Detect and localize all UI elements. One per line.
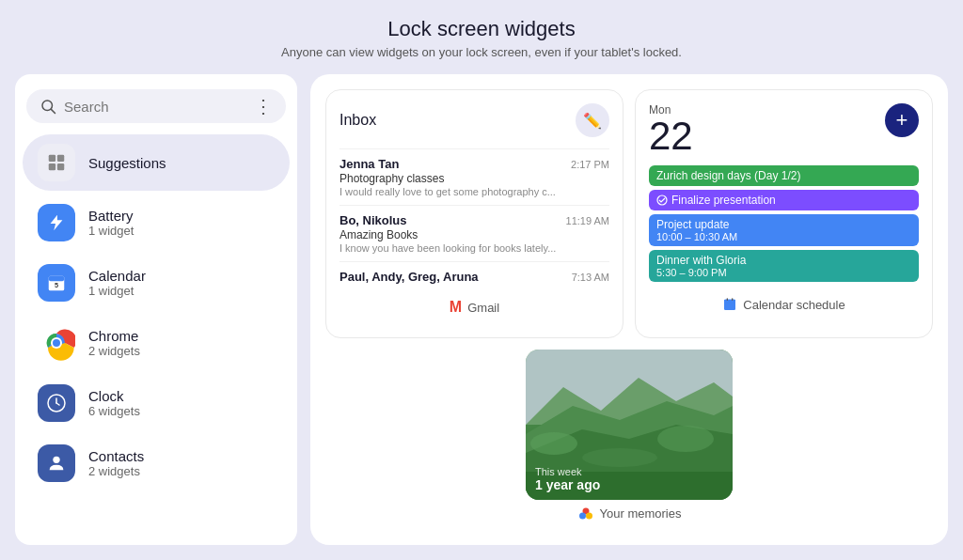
chrome-name: Chrome bbox=[88, 328, 140, 344]
email-sender-2: Bo, Nikolus bbox=[339, 213, 407, 227]
calendar-app-icon: 5 bbox=[38, 264, 75, 302]
calendar-footer-icon bbox=[722, 297, 737, 312]
svg-point-32 bbox=[586, 512, 592, 519]
clock-count: 6 widgets bbox=[88, 404, 140, 418]
search-icon bbox=[39, 98, 56, 115]
clock-app-icon bbox=[38, 384, 75, 422]
search-input[interactable] bbox=[64, 99, 246, 115]
svg-point-18 bbox=[657, 195, 667, 205]
contacts-count: 2 widgets bbox=[88, 464, 144, 478]
memories-footer: Your memories bbox=[577, 506, 682, 522]
battery-name: Battery bbox=[88, 208, 134, 224]
svg-marker-6 bbox=[51, 215, 63, 231]
search-bar[interactable]: ⋮ bbox=[26, 89, 286, 123]
battery-app-icon bbox=[38, 204, 75, 241]
calendar-info: Calendar 1 widget bbox=[88, 268, 146, 298]
sidebar-item-battery[interactable]: Battery 1 widget bbox=[23, 194, 290, 251]
svg-rect-21 bbox=[727, 298, 728, 301]
chrome-app-icon bbox=[38, 324, 75, 362]
gmail-footer-label: Gmail bbox=[467, 301, 499, 315]
email-sender-3: Paul, Andy, Greg, Aruna bbox=[339, 270, 479, 284]
memories-image: This week 1 year ago bbox=[526, 350, 733, 500]
gmail-widget-header: Inbox ✏️ bbox=[339, 103, 609, 137]
cal-event-1: Zurich design days (Day 1/2) bbox=[649, 165, 919, 186]
memories-time: 1 year ago bbox=[535, 477, 600, 492]
calendar-name: Calendar bbox=[88, 268, 146, 284]
clock-info: Clock 6 widgets bbox=[88, 388, 140, 418]
email-sender-1: Jenna Tan bbox=[339, 157, 399, 171]
calendar-widget-footer: Calendar schedule bbox=[649, 289, 919, 312]
memories-overlay: This week 1 year ago bbox=[535, 466, 600, 492]
svg-point-33 bbox=[579, 512, 586, 519]
svg-rect-22 bbox=[732, 298, 733, 301]
contacts-icon bbox=[46, 453, 67, 474]
sidebar-item-suggestions[interactable]: Suggestions bbox=[23, 134, 290, 191]
gmail-widget: Inbox ✏️ Jenna Tan 2:17 PM Photography c… bbox=[325, 89, 624, 338]
page-title: Lock screen widgets bbox=[281, 17, 682, 41]
svg-point-29 bbox=[657, 426, 714, 452]
chrome-icon bbox=[38, 324, 75, 362]
svg-rect-20 bbox=[724, 300, 735, 303]
email-subject-2: Amazing Books bbox=[339, 228, 609, 241]
email-item-1: Jenna Tan 2:17 PM Photography classes I … bbox=[339, 148, 609, 205]
contacts-app-icon bbox=[38, 444, 75, 482]
email-time-2: 11:19 AM bbox=[566, 215, 609, 226]
suggestions-icon bbox=[46, 152, 67, 173]
cal-date: 22 bbox=[649, 117, 693, 156]
svg-line-1 bbox=[51, 109, 55, 113]
svg-rect-3 bbox=[57, 155, 64, 162]
email-time-3: 7:13 AM bbox=[572, 272, 609, 283]
photos-icon bbox=[577, 506, 594, 522]
email-preview-1: I would really love to get some photogra… bbox=[339, 186, 609, 197]
svg-text:5: 5 bbox=[55, 281, 58, 289]
main-layout: ⋮ Suggestions bbox=[0, 67, 963, 560]
svg-point-13 bbox=[53, 339, 60, 347]
calendar-count: 1 widget bbox=[88, 284, 146, 298]
battery-count: 1 widget bbox=[88, 224, 134, 238]
chrome-count: 2 widgets bbox=[88, 344, 140, 358]
page-header: Lock screen widgets Anyone can view widg… bbox=[281, 0, 682, 67]
cal-event-2: Finalize presentation bbox=[649, 190, 919, 210]
memories-week: This week bbox=[535, 466, 600, 477]
contacts-info: Contacts 2 widgets bbox=[88, 448, 144, 478]
check-circle-icon bbox=[656, 194, 668, 206]
gmail-title: Inbox bbox=[339, 112, 376, 129]
clock-icon bbox=[45, 392, 68, 414]
content-area: Inbox ✏️ Jenna Tan 2:17 PM Photography c… bbox=[310, 74, 948, 545]
suggestions-info: Suggestions bbox=[88, 155, 166, 171]
svg-line-16 bbox=[56, 403, 59, 405]
email-preview-2: I know you have been looking for books l… bbox=[339, 242, 609, 254]
battery-icon bbox=[46, 212, 67, 233]
calendar-icon: 5 bbox=[46, 272, 67, 293]
cal-header: Mon 22 + bbox=[649, 103, 919, 156]
gmail-edit-button[interactable]: ✏️ bbox=[576, 103, 609, 137]
gmail-m-icon: M bbox=[450, 299, 462, 316]
page-subtitle: Anyone can view widgets on your lock scr… bbox=[281, 45, 682, 59]
clock-name: Clock bbox=[88, 388, 140, 404]
battery-info: Battery 1 widget bbox=[88, 208, 134, 238]
email-subject-1: Photography classes bbox=[339, 172, 609, 185]
calendar-widget: Mon 22 + Zurich design days (Day 1/2) Fi… bbox=[635, 89, 933, 338]
sidebar-item-calendar[interactable]: 5 Calendar 1 widget bbox=[23, 255, 290, 311]
calendar-footer-label: Calendar schedule bbox=[743, 298, 845, 312]
chrome-info: Chrome 2 widgets bbox=[88, 328, 140, 358]
sidebar-item-chrome[interactable]: Chrome 2 widgets bbox=[23, 315, 290, 371]
email-item-3: Paul, Andy, Greg, Aruna 7:13 AM bbox=[339, 261, 609, 291]
sidebar-item-clock[interactable]: Clock 6 widgets bbox=[23, 375, 290, 431]
svg-rect-5 bbox=[57, 163, 64, 170]
contacts-name: Contacts bbox=[88, 448, 144, 464]
cal-event-4: Dinner with Gloria 5:30 – 9:00 PM bbox=[649, 250, 919, 282]
svg-rect-2 bbox=[49, 155, 55, 162]
sidebar-item-contacts[interactable]: Contacts 2 widgets bbox=[23, 435, 290, 491]
cal-add-button[interactable]: + bbox=[885, 103, 919, 137]
svg-point-17 bbox=[53, 457, 59, 463]
svg-point-30 bbox=[582, 448, 657, 467]
more-options-icon[interactable]: ⋮ bbox=[254, 97, 273, 116]
svg-point-28 bbox=[530, 432, 577, 455]
memories-footer-label: Your memories bbox=[600, 506, 682, 521]
cal-event-3: Project update 10:00 – 10:30 AM bbox=[649, 214, 919, 246]
email-item-2: Bo, Nikolus 11:19 AM Amazing Books I kno… bbox=[339, 205, 609, 261]
sidebar: ⋮ Suggestions bbox=[15, 74, 297, 545]
svg-rect-4 bbox=[49, 163, 55, 170]
email-time-1: 2:17 PM bbox=[571, 159, 609, 170]
